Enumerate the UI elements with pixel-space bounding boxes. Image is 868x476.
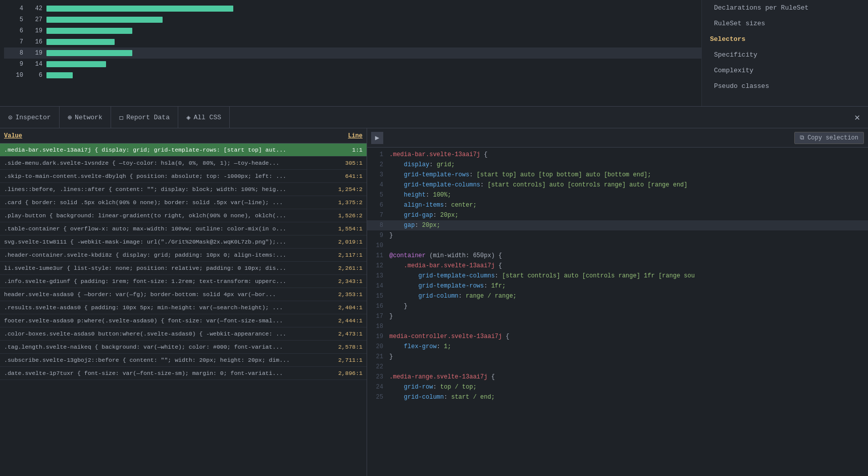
close-button[interactable]: ✕ — [846, 112, 868, 123]
selectors-header: Value Line — [0, 128, 367, 144]
line-number: 13 — [369, 271, 389, 281]
code-line-content: height: 100%; — [389, 190, 866, 200]
code-line: 13 grid-template-columns: [start control… — [367, 271, 868, 281]
code-line-content: .media-range.svelte-13aai7j { — [389, 372, 866, 382]
selector-line: 305:1 — [326, 160, 367, 166]
selector-row[interactable]: .info.svelte-gd1unf { padding: 1rem; fon… — [0, 275, 367, 288]
selector-row[interactable]: header.svelte-asdas0 { —border: var(—fg)… — [0, 288, 367, 301]
selectors-list: .media-bar.svelte-13aai7j { display: gri… — [0, 144, 367, 476]
selector-row[interactable]: .skip-to-main-content.svelte-dbylqh { po… — [0, 170, 367, 183]
toolbar: ⊙ Inspector ⊕ Network ◻ Report Data ◈ Al… — [0, 106, 868, 128]
chart-row-num: 9 — [8, 61, 23, 68]
code-line: 18 — [367, 321, 868, 331]
chart-bar — [46, 28, 132, 34]
selector-row[interactable]: .results.svelte-asdas0 { padding: 10px 5… — [0, 301, 367, 314]
code-line-content — [389, 362, 866, 372]
code-line-content — [389, 241, 866, 251]
selector-row[interactable]: .play-button { background: linear-gradie… — [0, 209, 367, 222]
code-line: 21 } — [367, 352, 868, 362]
selector-line: 641:1 — [326, 173, 367, 179]
selector-line: 2,711:1 — [326, 357, 367, 363]
code-line: 25 grid-column: start / end; — [367, 392, 868, 402]
selector-row[interactable]: svg.svelte-1tw8111 { -webkit-mask-image:… — [0, 235, 367, 249]
selector-line: 1:1 — [326, 147, 367, 153]
selector-text: header.svelte-asdas0 { —border: var(—fg)… — [0, 291, 326, 298]
code-line-content: grid-column: start / end; — [389, 392, 866, 402]
selector-row[interactable]: .tag.length.svelte-naikeq { background: … — [0, 341, 367, 354]
selector-row[interactable]: .date.svelte-1p7tuxr { font-size: var(—f… — [0, 367, 367, 380]
code-line-content: gap: 20px; — [389, 220, 866, 230]
sidebar-declarations[interactable]: Declarations per RuleSet — [702, 0, 868, 16]
selector-row[interactable]: .media-bar.svelte-13aai7j { display: gri… — [0, 144, 367, 157]
sidebar-ruleset-sizes[interactable]: RuleSet sizes — [702, 16, 868, 31]
selector-row[interactable]: li.svelte-1ume3ur { list-style: none; po… — [0, 262, 367, 275]
selector-row[interactable]: .color-boxes.svelte-asdas0 button:where(… — [0, 327, 367, 341]
chart-row-val: 42 — [27, 5, 42, 12]
chart-row-num: 8 — [8, 50, 23, 57]
column-value: Value — [0, 132, 326, 139]
sidebar-specificity[interactable]: Specificity — [702, 47, 868, 63]
line-number: 14 — [369, 281, 389, 291]
line-number: 20 — [369, 342, 389, 352]
right-sidebar: Declarations per RuleSet RuleSet sizes S… — [701, 0, 868, 106]
chart-bar — [46, 17, 163, 23]
selector-row[interactable]: .subscribe.svelte-13gboj2::before { cont… — [0, 354, 367, 367]
code-viewer[interactable]: 1 .media-bar.svelte-13aai7j { 2 display:… — [367, 148, 868, 476]
chart-bar — [46, 6, 233, 12]
code-line-content: } — [389, 311, 866, 321]
tab-report-data[interactable]: ◻ Report Data — [111, 107, 178, 128]
selector-row[interactable]: .header-container.svelte-kbdi8z { displa… — [0, 249, 367, 262]
line-number: 24 — [369, 382, 389, 392]
code-line: 23 .media-range.svelte-13aai7j { — [367, 372, 868, 382]
selector-row[interactable]: .table-container { overflow-x: auto; max… — [0, 222, 367, 235]
tab-all-css[interactable]: ◈ All CSS — [178, 107, 230, 128]
selector-line: 2,261:1 — [326, 265, 367, 271]
chart-row-val: 27 — [27, 16, 42, 23]
line-number: 9 — [369, 230, 389, 241]
selector-line: 2,019:1 — [326, 239, 367, 245]
selector-text: .header-container.svelte-kbdi8z { displa… — [0, 252, 326, 258]
selector-line: 1,375:2 — [326, 199, 367, 206]
code-line: 20 flex-grow: 1; — [367, 342, 868, 352]
sidebar-complexity[interactable]: Complexity — [702, 63, 868, 78]
code-line: 9 } — [367, 230, 868, 241]
selector-row[interactable]: .side-menu.dark.svelte-1vsndze { —toy-co… — [0, 157, 367, 170]
selector-line: 1,526:2 — [326, 212, 367, 219]
selector-text: .color-boxes.svelte-asdas0 button:where(… — [0, 330, 326, 337]
line-number: 2 — [369, 160, 389, 170]
selector-line: 2,473:1 — [326, 330, 367, 337]
chart-row-num: 10 — [8, 72, 23, 79]
all-css-icon: ◈ — [186, 113, 190, 122]
selector-text: .card { border: solid .5px oklch(90% 0 n… — [0, 199, 326, 206]
chart-row-val: 19 — [27, 50, 42, 57]
sidebar-pseudo-classes[interactable]: Pseudo classes — [702, 78, 868, 94]
line-number: 1 — [369, 150, 389, 160]
line-number: 10 — [369, 241, 389, 251]
selectors-panel: Value Line .media-bar.svelte-13aai7j { d… — [0, 128, 367, 476]
selector-row[interactable]: .lines::before, .lines::after { content:… — [0, 183, 367, 196]
code-line: 11 @container (min-width: 650px) { — [367, 251, 868, 261]
line-number: 12 — [369, 261, 389, 271]
selector-row[interactable]: footer.svelte-asdas0 p:where(.svelte-asd… — [0, 314, 367, 327]
chart-row-val: 19 — [27, 27, 42, 34]
expand-icon[interactable]: ▶ — [371, 132, 383, 144]
code-line-content: } — [389, 230, 866, 241]
line-number: 25 — [369, 392, 389, 402]
main-content: Value Line .media-bar.svelte-13aai7j { d… — [0, 128, 868, 476]
line-number: 15 — [369, 291, 389, 301]
code-line: 3 grid-template-rows: [start top] auto [… — [367, 170, 868, 180]
selector-text: .results.svelte-asdas0 { padding: 10px 5… — [0, 304, 326, 311]
tab-inspector-label: Inspector — [15, 114, 50, 121]
code-line: 10 — [367, 241, 868, 251]
selector-row[interactable]: .card { border: solid .5px oklch(90% 0 n… — [0, 196, 367, 209]
code-line: 4 grid-template-columns: [start controls… — [367, 180, 868, 190]
tab-network[interactable]: ⊕ Network — [60, 107, 111, 128]
tab-inspector[interactable]: ⊙ Inspector — [0, 107, 60, 128]
line-number: 4 — [369, 180, 389, 190]
code-line-content: display: grid; — [389, 160, 866, 170]
selector-text: footer.svelte-asdas0 p:where(.svelte-asd… — [0, 317, 326, 324]
code-line-content: grid-template-rows: 1fr; — [389, 281, 866, 291]
chart-bar — [46, 50, 132, 56]
copy-selection-button[interactable]: ⧉ Copy selection — [794, 132, 864, 144]
code-line-content: grid-column: range / range; — [389, 291, 866, 301]
